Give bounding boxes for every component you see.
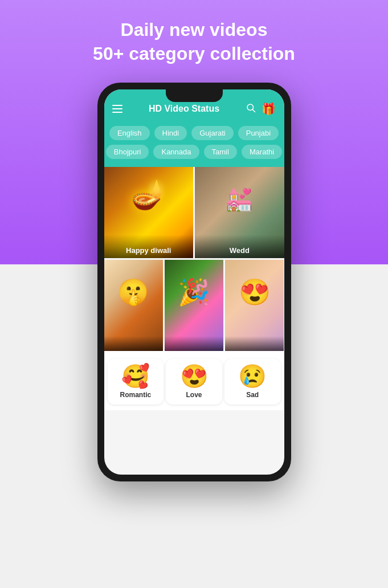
lang-english[interactable]: English <box>109 126 150 140</box>
video-card-actress2[interactable] <box>225 260 284 351</box>
video-label-actress1 <box>104 336 163 351</box>
sad-emoji: 😢 <box>238 365 267 387</box>
phone-outer: HD Video Status 🎁 English Hin <box>97 83 291 481</box>
sad-label: Sad <box>246 391 259 399</box>
language-section: English Hindi Gujarati Punjabi Bhojpuri … <box>104 122 284 167</box>
video-card-party[interactable] <box>165 260 223 351</box>
category-love[interactable]: 😍 Love <box>166 359 222 405</box>
lang-bhojpuri[interactable]: Bhojpuri <box>106 145 149 159</box>
video-card-wedding[interactable]: Wedd <box>195 167 284 258</box>
video-label-actress2 <box>225 336 284 351</box>
lang-kannada[interactable]: Kannada <box>153 145 199 159</box>
lang-marathi[interactable]: Marathi <box>242 145 282 159</box>
category-romantic[interactable]: 🥰 Romantic <box>108 359 164 405</box>
video-label-diwali: Happy diwali <box>104 235 194 258</box>
emoji-section: 🥰 Romantic 😍 Love 😢 Sad <box>104 351 284 410</box>
video-row-1: Happy diwali Wedd <box>104 167 284 258</box>
menu-icon[interactable] <box>112 105 122 113</box>
category-sad[interactable]: 😢 Sad <box>224 359 281 405</box>
language-row-1: English Hindi Gujarati Punjabi <box>110 126 279 140</box>
hero-section: Daily new videos 50+ category collection… <box>0 0 388 481</box>
love-label: Love <box>186 391 202 399</box>
video-label-party <box>165 336 223 351</box>
app-title: HD Video Status <box>149 104 219 114</box>
video-row-2 <box>104 260 284 351</box>
gift-icon[interactable]: 🎁 <box>262 102 276 116</box>
phone-mockup: HD Video Status 🎁 English Hin <box>0 83 388 481</box>
language-row-2: Bhojpuri Kannada Tamil Marathi <box>110 145 279 159</box>
lang-hindi[interactable]: Hindi <box>154 126 187 140</box>
lang-gujarati[interactable]: Gujarati <box>191 126 234 140</box>
video-card-actress1[interactable] <box>104 260 163 351</box>
romantic-label: Romantic <box>120 391 151 399</box>
search-icon[interactable] <box>246 103 256 115</box>
lang-tamil[interactable]: Tamil <box>204 145 237 159</box>
hero-text: Daily new videos 50+ category collection <box>0 0 388 77</box>
lang-punjabi[interactable]: Punjabi <box>238 126 279 140</box>
svg-line-1 <box>253 110 255 112</box>
video-card-diwali[interactable]: Happy diwali <box>104 167 194 258</box>
romantic-emoji: 🥰 <box>121 365 150 387</box>
topbar-icons: 🎁 <box>246 102 276 116</box>
phone-screen: HD Video Status 🎁 English Hin <box>104 89 284 475</box>
video-label-wedding: Wedd <box>195 235 284 258</box>
hero-title: Daily new videos 50+ category collection <box>11 18 377 66</box>
phone-notch <box>166 89 223 102</box>
love-emoji: 😍 <box>180 365 209 387</box>
